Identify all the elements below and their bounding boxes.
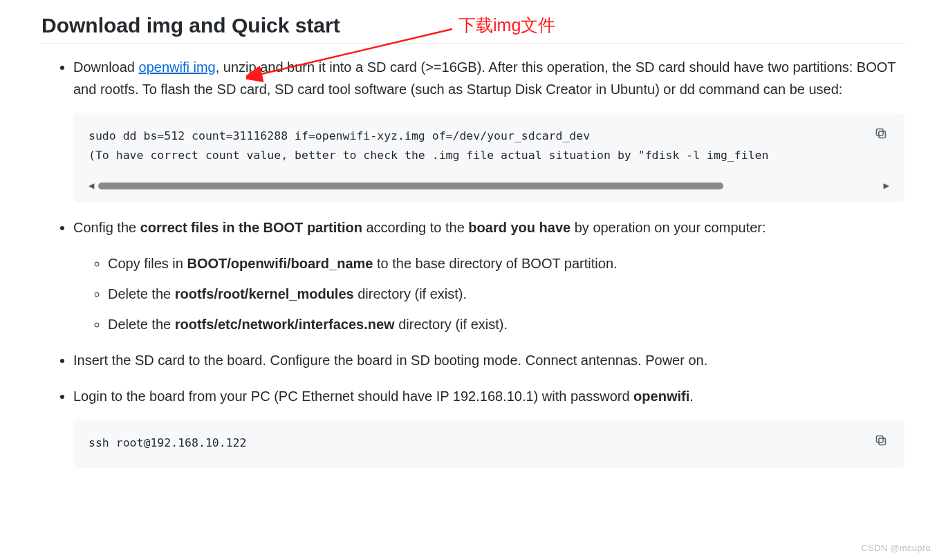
text: to the base directory of BOOT partition.	[373, 256, 617, 271]
text: directory (if exist).	[354, 286, 467, 301]
code-block-ssh: ssh root@192.168.10.122	[73, 420, 905, 468]
svg-rect-2	[879, 438, 886, 445]
instruction-list: Download openwifi img, unzip and burn it…	[41, 56, 905, 468]
bold-text: BOOT/openwifi/board_name	[187, 256, 373, 271]
list-item: Login to the board from your PC (PC Ethe…	[73, 385, 905, 468]
sub-list: Copy files in BOOT/openwifi/board_name t…	[73, 252, 905, 335]
scroll-left-arrow[interactable]: ◀	[89, 178, 94, 194]
list-item: Delete the rootfs/root/kernel_modules di…	[108, 283, 905, 305]
text: Delete the	[108, 286, 175, 301]
copy-button[interactable]	[870, 429, 892, 451]
bold-text: rootfs/etc/network/interfaces.new	[175, 317, 395, 332]
horizontal-scrollbar[interactable]: ◀ ▶	[89, 178, 889, 194]
text: Download	[73, 59, 139, 75]
code-line: (To have correct count value, better to …	[89, 146, 889, 165]
bold-text: board you have	[468, 220, 571, 235]
code-line: ssh root@192.168.10.122	[89, 433, 889, 453]
openwifi-img-link[interactable]: openwifi img	[139, 59, 216, 75]
list-item: Copy files in BOOT/openwifi/board_name t…	[108, 252, 905, 274]
svg-line-4	[259, 29, 452, 75]
scroll-track[interactable]	[98, 183, 879, 189]
watermark: CSDN @mcupro	[861, 543, 931, 553]
scroll-right-arrow[interactable]: ▶	[884, 178, 889, 194]
text: according to the	[362, 220, 468, 235]
bold-text: correct files in the BOOT partition	[140, 220, 362, 235]
code-block-dd: sudo dd bs=512 count=31116288 if=openwif…	[73, 113, 905, 203]
svg-rect-1	[876, 129, 883, 136]
bold-text: rootfs/root/kernel_modules	[175, 286, 354, 301]
text: .	[689, 389, 694, 404]
annotation-text: 下载img文件	[458, 14, 555, 37]
list-item: Delete the rootfs/etc/network/interfaces…	[108, 313, 905, 335]
code-line: sudo dd bs=512 count=31116288 if=openwif…	[89, 127, 889, 146]
text: by operation on your computer:	[571, 220, 766, 235]
text: Copy files in	[108, 256, 187, 271]
bold-text: openwifi	[633, 389, 689, 404]
text: directory (if exist).	[395, 317, 508, 332]
scroll-thumb[interactable]	[98, 183, 723, 189]
text: Config the	[73, 220, 140, 235]
copy-icon	[875, 127, 887, 140]
svg-rect-0	[879, 131, 886, 138]
copy-button[interactable]	[870, 122, 892, 144]
text: Login to the board from your PC (PC Ethe…	[73, 389, 633, 404]
annotation-arrow	[246, 21, 461, 83]
text: Delete the	[108, 317, 175, 332]
list-item: Download openwifi img, unzip and burn it…	[73, 56, 905, 203]
list-item: Insert the SD card to the board. Configu…	[73, 349, 905, 371]
list-item: Config the correct files in the BOOT par…	[73, 216, 905, 335]
svg-rect-3	[876, 436, 883, 442]
copy-icon	[875, 434, 887, 447]
